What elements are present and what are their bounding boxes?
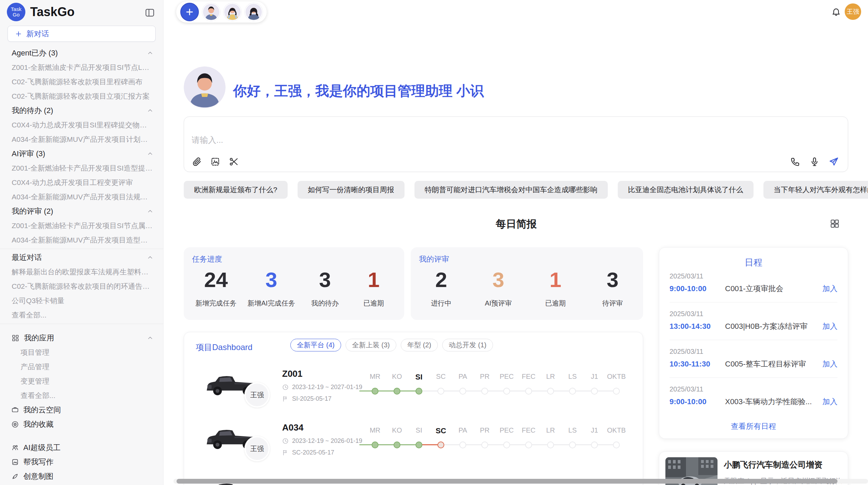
tab-new-body[interactable]: 全新上装 (3) [346, 339, 396, 351]
avatar[interactable] [224, 3, 241, 21]
milestone-label: LR [540, 373, 562, 382]
stat: 1 已逾期 [355, 269, 393, 308]
notification-bell-icon[interactable] [831, 7, 841, 16]
section-title: AI评审 (3) [12, 149, 45, 159]
suggestion-chip[interactable]: 比亚迪全固态电池计划具体说了什么 [618, 181, 754, 199]
horizontal-scrollbar-thumb[interactable] [177, 479, 837, 484]
list-item[interactable]: C02-飞腾新能源轻客改款项目立项汇报方案 [0, 89, 163, 103]
mic-icon[interactable] [809, 157, 820, 167]
list-item[interactable]: 解释最新出台的欧盟报废车法规再生塑料比例被调至15%... [0, 265, 163, 279]
list-item[interactable]: A034-全新新能源MUV产品开发项目造型可行性评审 [0, 233, 163, 247]
paperclip-icon[interactable] [192, 157, 202, 167]
add-agent-button[interactable] [180, 3, 199, 21]
list-item[interactable]: Z001-全新燃油皮卡产品开发项目SI节点Lesson Learn报告 [0, 60, 163, 75]
list-item[interactable]: C0X4-动力总成开发项目工程变更评审 [0, 175, 163, 190]
milestone-label: KO [386, 373, 408, 382]
section-agent-done[interactable]: Agent已办 (3) [0, 46, 163, 60]
list-item[interactable]: Z001-全新燃油轻卡产品开发项目SI造型提交物评审 [0, 161, 163, 175]
project-owner-badge: 王强 [244, 436, 270, 461]
sidebar-item-cloud-space[interactable]: 我的云空间 [0, 403, 163, 417]
schedule-item: 2025/03/11 13:00-14:30 C003|H0B-方案冻结评审 加… [670, 310, 837, 332]
join-link[interactable]: 加入 [822, 321, 837, 332]
date-range: 2023-12-19 ~ 2026-01-19 [292, 437, 362, 445]
view-all-apps[interactable]: 查看全部... [0, 388, 163, 403]
chevron-up-icon[interactable] [147, 150, 154, 157]
stat: 3 待评审 [594, 269, 631, 308]
sidebar-item-favorites[interactable]: 我的收藏 [0, 417, 163, 432]
list-item[interactable]: A034-全新新能源MUV产品开发项目法规符合性评审 [0, 190, 163, 204]
sidebar-item-ai-super-staff[interactable]: AI超级员工 [0, 440, 163, 455]
section-my-review[interactable]: 我的评审 (2) [0, 204, 163, 219]
user-avatar[interactable]: 王强 [845, 3, 861, 20]
section-my-todo[interactable]: 我的待办 (2) [0, 103, 163, 118]
tab-powertrain[interactable]: 动总开发 (1) [442, 339, 493, 351]
list-item[interactable]: 公司Q3轻卡销量 [0, 294, 163, 308]
sidebar-collapse-icon[interactable] [145, 8, 155, 18]
stat-value: 1 [550, 269, 561, 291]
list-item[interactable]: C02-飞腾新能源轻客改款项目里程碑画布 [0, 75, 163, 89]
chevron-up-icon[interactable] [147, 107, 154, 114]
layout-grid-icon[interactable] [830, 219, 840, 229]
view-all-chats[interactable]: 查看全部... [0, 308, 163, 322]
sidebar-item-project-mgmt[interactable]: 项目管理 [0, 345, 163, 360]
join-link[interactable]: 加入 [822, 359, 837, 369]
join-link[interactable]: 加入 [822, 397, 837, 407]
join-link[interactable]: 加入 [822, 284, 837, 294]
suggestion-chip[interactable]: 如何写一份清晰的项目周报 [298, 181, 405, 199]
tab-model-year[interactable]: 年型 (2) [401, 339, 438, 351]
composer [184, 116, 848, 172]
sidebar-item-change-mgmt[interactable]: 变更管理 [0, 374, 163, 388]
stat-value: 24 [204, 269, 228, 291]
flag-label: SC-2025-05-17 [292, 449, 334, 456]
stat-value: 3 [265, 269, 277, 291]
new-chat-button[interactable]: 新对话 [8, 26, 156, 42]
card-title: 任务进度 [192, 254, 222, 264]
section-title: 我的待办 (2) [12, 105, 53, 116]
view-all-schedule-link[interactable]: 查看所有日程 [659, 421, 848, 432]
plus-icon [15, 30, 22, 38]
chevron-up-icon[interactable] [147, 254, 154, 261]
phone-icon[interactable] [790, 157, 800, 167]
sidebar-item-help-me-write[interactable]: 帮我写作 [0, 455, 163, 469]
section-ai-review[interactable]: AI评审 (3) [0, 147, 163, 161]
avatar[interactable] [245, 3, 263, 21]
milestone-dots [364, 442, 627, 448]
section-my-apps[interactable]: 我的应用 [0, 331, 163, 345]
stat-label: 新增完成任务 [195, 299, 237, 308]
chat-input[interactable] [192, 135, 672, 152]
chevron-up-icon[interactable] [147, 335, 154, 341]
send-icon[interactable] [829, 157, 839, 167]
suggestion-chip[interactable]: 当下年轻人对汽车外观有怎样的喜好趋势 [763, 181, 868, 199]
suggestion-chip[interactable]: 特朗普可能对进口汽车增税会对中国车企造成哪些影响 [414, 181, 608, 199]
scissors-icon[interactable] [229, 157, 239, 167]
stat-value: 3 [492, 269, 504, 291]
flag-label: SI-2025-05-17 [292, 395, 331, 402]
suggestion-chips: 欧洲新规最近颁布了什么? 如何写一份清晰的项目周报 特朗普可能对进口汽车增税会对… [184, 181, 849, 199]
stat-label: 待评审 [602, 299, 623, 308]
chevron-up-icon[interactable] [147, 208, 154, 215]
list-item[interactable]: Z001-全新燃油轻卡产品开发项目SI节点属性5D文件评审 [0, 219, 163, 233]
assistant-avatar [184, 66, 226, 108]
sidebar-item-creative-drawing[interactable]: 创意制图 [0, 469, 163, 484]
sidebar-tools: AI超级员工 帮我写作 创意制图 [0, 440, 163, 484]
milestone-label-current: SI [408, 373, 430, 382]
suggestion-chip[interactable]: 欧洲新规最近颁布了什么? [184, 181, 288, 199]
section-recent-chats[interactable]: 最近对话 [0, 250, 163, 265]
list-item[interactable]: A034-全新新能源MUV产品开发项目计划变更表编写 [0, 132, 163, 147]
sidebar-item-product-mgmt[interactable]: 产品管理 [0, 360, 163, 374]
composer-tools-right [790, 157, 839, 167]
chevron-up-icon[interactable] [147, 50, 154, 57]
image-icon[interactable] [210, 157, 220, 167]
list-item[interactable]: C0X4-动力总成开发项目SI里程碑提交物检查 [0, 118, 163, 132]
tab-new-platform[interactable]: 全新平台 (4) [290, 339, 341, 351]
divider [670, 302, 837, 302]
list-item[interactable]: C02-飞腾新能源轻客改款项目的闭环通告反馈情况 [0, 279, 163, 294]
milestone-label: PEC [496, 426, 518, 435]
dashboard-title: 项目Dashboard [196, 342, 252, 353]
milestone-labels: MR KO SI SC PA PR PEC FEC LR LS J1 OKTB [364, 373, 627, 382]
composer-tools-left [192, 157, 239, 167]
task-progress-card: 任务进度 24 新增完成任务 3 新增AI完成任务 3 我的待办 1 已逾期 [184, 247, 404, 320]
schedule-name: C003|H0B-方案冻结评审 [725, 321, 818, 332]
section-title: Agent已办 (3) [12, 48, 58, 58]
avatar[interactable] [202, 3, 220, 21]
